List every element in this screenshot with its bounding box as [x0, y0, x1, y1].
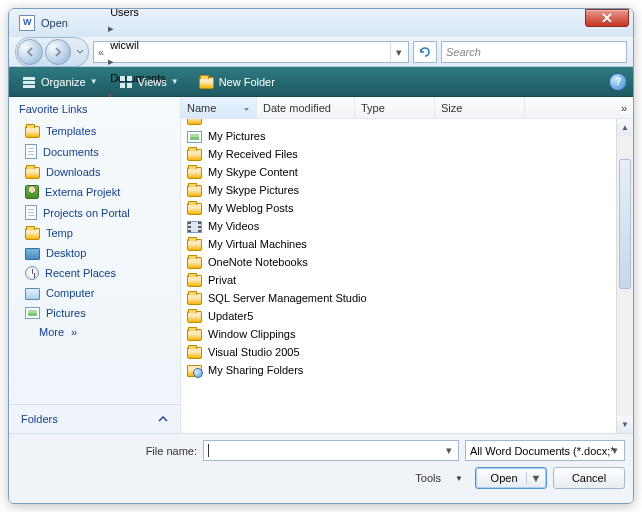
folders-expander[interactable]: Folders	[9, 404, 180, 433]
filename-history-dropdown[interactable]: ▾	[441, 443, 456, 458]
file-row[interactable]: Window Clippings	[183, 325, 631, 343]
breadcrumb-root-chevron[interactable]: «	[96, 46, 106, 58]
sidebar-item[interactable]: Templates	[13, 121, 176, 141]
filename-input[interactable]: ▾	[203, 440, 459, 461]
file-row[interactable]: Privat	[183, 271, 631, 289]
search-input[interactable]: Search	[441, 41, 627, 63]
open-button[interactable]: Open ▼	[475, 467, 547, 489]
file-name: My Pictures	[208, 130, 265, 142]
toolbar: Organize ▼ Views ▼ New Folder ?	[9, 67, 633, 97]
file-row[interactable]: My Videos	[183, 217, 631, 235]
svg-rect-2	[23, 85, 35, 88]
cancel-button[interactable]: Cancel	[553, 467, 625, 489]
file-row[interactable]	[183, 119, 631, 127]
refresh-button[interactable]	[413, 41, 437, 63]
address-dropdown[interactable]: ▾	[390, 42, 406, 62]
share-icon	[187, 365, 202, 377]
desk-icon	[25, 248, 40, 260]
views-button[interactable]: Views ▼	[112, 72, 185, 92]
file-type-filter[interactable]: All Word Documents (*.docx;* ▾	[465, 440, 625, 461]
back-icon	[25, 47, 35, 57]
folder-icon	[25, 167, 40, 179]
views-label: Views	[138, 76, 167, 88]
sidebar-item[interactable]: Computer	[13, 283, 176, 303]
vid-icon	[187, 221, 202, 233]
titlebar[interactable]: Open	[9, 9, 633, 37]
file-row[interactable]: Updater5	[183, 307, 631, 325]
nav-buttons	[15, 37, 89, 67]
scroll-up-button[interactable]: ▲	[617, 119, 633, 136]
sidebar-item[interactable]: Recent Places	[13, 263, 176, 283]
file-row[interactable]: My Skype Pictures	[183, 181, 631, 199]
organize-icon	[21, 74, 37, 90]
dialog-footer: File name: ▾ All Word Documents (*.docx;…	[9, 433, 633, 503]
filter-dropdown[interactable]: ▾	[607, 443, 622, 458]
file-name: My Videos	[208, 220, 259, 232]
forward-button[interactable]	[45, 39, 71, 65]
recent-icon	[25, 266, 39, 280]
chevron-right-icon[interactable]: ▸	[106, 55, 116, 67]
sidebar-item[interactable]: Temp	[13, 223, 176, 243]
column-size[interactable]: Size	[435, 97, 525, 118]
scroll-thumb[interactable]	[619, 159, 631, 289]
scrollbar[interactable]: ▲ ▼	[616, 119, 633, 433]
sidebar-item[interactable]: Projects on Portal	[13, 202, 176, 223]
organize-button[interactable]: Organize ▼	[15, 72, 104, 92]
file-list[interactable]: My PicturesMy Received FilesMy Skype Con…	[181, 119, 633, 433]
breadcrumb-bar[interactable]: « Users▸wicwil▸Documents▸ ▾	[93, 41, 409, 63]
more-link[interactable]: More »	[9, 322, 180, 342]
breadcrumb-segment[interactable]: wicwil	[106, 35, 170, 55]
doc-icon	[25, 144, 37, 159]
column-date[interactable]: Date modified	[257, 97, 355, 118]
file-row[interactable]: My Skype Content	[183, 163, 631, 181]
file-name: My Virtual Machines	[208, 238, 307, 250]
help-button[interactable]: ?	[609, 73, 627, 91]
folder-icon	[187, 293, 202, 305]
folder-icon	[187, 329, 202, 341]
search-placeholder: Search	[446, 46, 481, 58]
file-name: My Received Files	[208, 148, 298, 160]
sidebar-item-label: Externa Projekt	[45, 186, 120, 198]
nav-history-dropdown[interactable]	[73, 49, 87, 55]
file-name: Window Clippings	[208, 328, 295, 340]
column-overflow[interactable]: »	[525, 97, 633, 118]
svg-rect-5	[120, 83, 125, 88]
filename-label: File name:	[146, 445, 197, 457]
file-row[interactable]: Visual Studio 2005	[183, 343, 631, 361]
file-row[interactable]: My Sharing Folders	[183, 361, 631, 379]
column-name[interactable]: Name	[181, 97, 257, 118]
sidebar: Favorite Links TemplatesDocumentsDownloa…	[9, 97, 181, 433]
file-row[interactable]: My Received Files	[183, 145, 631, 163]
open-split-dropdown[interactable]: ▼	[526, 472, 542, 484]
folder-icon	[187, 149, 202, 161]
tools-button[interactable]: Tools ▼	[409, 470, 469, 486]
sidebar-item[interactable]: Pictures	[13, 303, 176, 322]
svg-rect-1	[23, 81, 35, 84]
file-row[interactable]: SQL Server Management Studio	[183, 289, 631, 307]
folder-icon	[187, 311, 202, 323]
file-row[interactable]: OneNote Notebooks	[183, 253, 631, 271]
file-row[interactable]: My Weblog Posts	[183, 199, 631, 217]
chevron-down-icon: ▼	[90, 77, 98, 86]
text-cursor	[208, 444, 209, 457]
chevron-right-icon[interactable]: ▸	[106, 22, 116, 34]
sidebar-item[interactable]: Externa Projekt	[13, 182, 176, 202]
sidebar-item[interactable]: Documents	[13, 141, 176, 162]
sidebar-item[interactable]: Desktop	[13, 243, 176, 263]
column-type[interactable]: Type	[355, 97, 435, 118]
sidebar-item-label: Templates	[46, 125, 96, 137]
close-button[interactable]	[585, 9, 629, 27]
new-folder-button[interactable]: New Folder	[193, 72, 281, 92]
file-name: Privat	[208, 274, 236, 286]
file-row[interactable]: My Virtual Machines	[183, 235, 631, 253]
scroll-down-button[interactable]: ▼	[617, 416, 633, 433]
back-button[interactable]	[17, 39, 43, 65]
folder-icon	[187, 185, 202, 197]
sidebar-item[interactable]: Downloads	[13, 162, 176, 182]
organize-label: Organize	[41, 76, 86, 88]
folder-icon	[187, 203, 202, 215]
breadcrumb-segment[interactable]: Users	[106, 8, 170, 22]
views-icon	[118, 74, 134, 90]
file-row[interactable]: My Pictures	[183, 127, 631, 145]
sidebar-header: Favorite Links	[9, 97, 180, 121]
